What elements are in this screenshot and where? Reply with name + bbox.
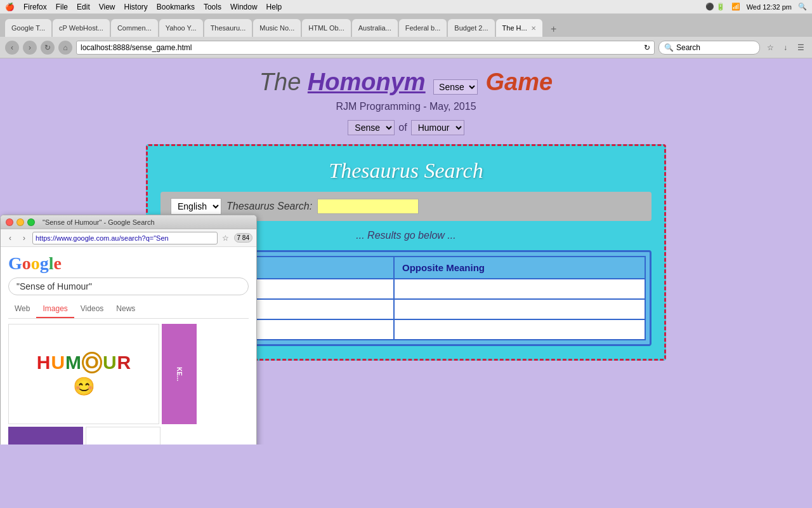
tab-html[interactable]: HTML Ob...	[302, 19, 350, 37]
reload-icon[interactable]: ↻	[644, 43, 650, 52]
tab-commen[interactable]: Commen...	[111, 19, 158, 37]
title-the: The	[259, 69, 308, 95]
language-select[interactable]: English	[171, 198, 221, 215]
forward-icon[interactable]: ›	[18, 232, 30, 244]
battery-icon: ⚫ 🔋	[705, 3, 725, 11]
tab-homonym[interactable]: The H... ✕	[496, 19, 542, 37]
apple-menu[interactable]: 🍎	[5, 3, 15, 11]
logo-l: l	[49, 253, 54, 274]
logo-g2: g	[40, 253, 49, 274]
tab-images[interactable]: Images	[36, 300, 74, 318]
menu-edit[interactable]: Edit	[77, 3, 90, 11]
u2-letter: U	[103, 352, 117, 373]
sense-select[interactable]: Sense	[348, 120, 395, 135]
reload-button[interactable]: ↻	[41, 41, 55, 55]
address-text: localhost:8888/sense_game.html	[81, 43, 192, 52]
menu-history[interactable]: History	[124, 3, 148, 11]
download-icon[interactable]: ↓	[779, 41, 792, 54]
tab-australia[interactable]: Australia...	[352, 19, 398, 37]
google-window-title: "Sense of Humour" - Google Search	[43, 218, 155, 226]
settings-icon[interactable]: ☰	[794, 41, 807, 54]
opposite-humor	[394, 279, 645, 299]
tab-federal[interactable]: Federal b...	[399, 19, 447, 37]
google-search-box[interactable]: "Sense of Humour"	[8, 277, 249, 295]
google-search-query: "Sense of Humour"	[16, 281, 92, 291]
menu-firefox[interactable]: Firefox	[23, 3, 47, 11]
wifi-icon: 📶	[731, 3, 740, 11]
browser-nav: ‹ › ↻ ⌂ localhost:8888/sense_game.html ↻…	[0, 37, 812, 58]
bookmark-icon[interactable]: ☆	[220, 232, 232, 244]
nav-icons: ☆ ↓ ☰	[764, 41, 807, 54]
google-titlebar: "Sense of Humour" - Google Search	[1, 215, 256, 229]
humour-art: H U M O U R	[37, 352, 131, 373]
tab-web[interactable]: Web	[8, 300, 36, 318]
search-icon[interactable]: 🔍	[798, 3, 807, 11]
m-letter: M	[65, 352, 81, 373]
search-placeholder: Search	[676, 43, 700, 52]
menu-help[interactable]: Help	[266, 3, 282, 11]
pink-image[interactable]: KE...	[162, 324, 197, 424]
menubar-right: ⚫ 🔋 📶 Wed 12:32 pm 🔍	[705, 3, 807, 11]
tab-videos[interactable]: Videos	[74, 300, 110, 318]
thesaurus-search-input[interactable]	[317, 199, 419, 214]
close-button[interactable]	[6, 218, 13, 226]
mac-menubar: 🍎 Firefox File Edit View History Bookmar…	[0, 0, 812, 14]
back-button[interactable]: ‹	[5, 41, 19, 55]
sense-type-dropdown[interactable]: Sense	[433, 79, 478, 95]
logo-o2: o	[31, 253, 40, 274]
browser-search-bar[interactable]: 🔍 Search	[658, 41, 760, 55]
logo-g: G	[8, 253, 22, 274]
o-letter: O	[82, 352, 102, 373]
browser-tabs: Google T... cP WebHost... Commen... Yaho…	[0, 14, 812, 37]
minimize-button[interactable]	[16, 218, 24, 226]
keep-calm-image[interactable]: ♛ KEEPCALMAND	[8, 427, 83, 444]
google-search-tabs: Web Images Videos News	[8, 300, 249, 319]
tab-yahoo[interactable]: Yahoo Y...	[159, 19, 203, 37]
traffic-lights	[6, 218, 35, 226]
of-label: of	[398, 122, 407, 133]
new-tab-button[interactable]: +	[546, 22, 561, 37]
menu-bookmarks[interactable]: Bookmarks	[157, 3, 195, 11]
humour-image-1[interactable]: H U M O U R 😊	[8, 324, 159, 424]
address-bar[interactable]: localhost:8888/sense_game.html ↻	[76, 41, 655, 55]
tab-news[interactable]: News	[110, 300, 141, 318]
tab-music[interactable]: Music No...	[253, 19, 301, 37]
page-title: The Homonym Sense Game	[0, 69, 812, 96]
google-address-bar[interactable]: https://www.google.com.au/search?q="Sen	[32, 232, 218, 244]
tab-thesaurus[interactable]: Thesauru...	[204, 19, 252, 37]
subtitle: RJM Programming - May, 2015	[0, 101, 812, 112]
humour-select[interactable]: Humour	[411, 120, 464, 135]
h-letter: H	[37, 352, 51, 373]
badge-icon: 7 84	[234, 233, 252, 243]
tab-webhost[interactable]: cP WebHost...	[53, 19, 110, 37]
google-window-nav: ‹ › https://www.google.com.au/search?q="…	[1, 229, 256, 247]
tab-close-icon[interactable]: ✕	[531, 25, 536, 32]
google-search-window: "Sense of Humour" - Google Search ‹ › ht…	[0, 215, 257, 444]
google-url: https://www.google.com.au/search?q="Sen	[36, 234, 169, 242]
r-letter: R	[117, 352, 131, 373]
search-icon: 🔍	[664, 43, 674, 52]
bookmark-icon[interactable]: ☆	[764, 41, 776, 54]
menu-window[interactable]: Window	[230, 3, 258, 11]
tab-google[interactable]: Google T...	[5, 19, 51, 37]
col-opposite: Opposite Meaning	[394, 257, 645, 279]
google-image-results: H U M O U R 😊 KE... ♛	[8, 324, 249, 444]
keep-calm-partial: KE...	[176, 367, 183, 381]
tab-budget[interactable]: Budget 2...	[448, 19, 494, 37]
google-logo: G o o g l e	[8, 253, 249, 274]
smiley-face: 😊	[73, 376, 95, 397]
sketch-image[interactable]: Ha Ha HaHooHooHooHEE HEE HEEHA HA HA	[86, 427, 160, 444]
back-icon[interactable]: ‹	[4, 232, 16, 244]
logo-o1: o	[22, 253, 31, 274]
home-button[interactable]: ⌂	[58, 41, 72, 55]
menu-tools[interactable]: Tools	[204, 3, 221, 11]
maximize-button[interactable]	[27, 218, 35, 226]
title-homonym: Homonym	[308, 69, 426, 95]
forward-button[interactable]: ›	[23, 41, 37, 55]
thesaurus-title: Thesaurus Search	[160, 159, 652, 183]
menu-file[interactable]: File	[56, 3, 68, 11]
menu-view[interactable]: View	[99, 3, 115, 11]
title-game: Game	[486, 69, 553, 95]
google-content: G o o g l e "Sense of Humour" Web Images…	[1, 247, 256, 444]
clock: Wed 12:32 pm	[747, 3, 792, 11]
